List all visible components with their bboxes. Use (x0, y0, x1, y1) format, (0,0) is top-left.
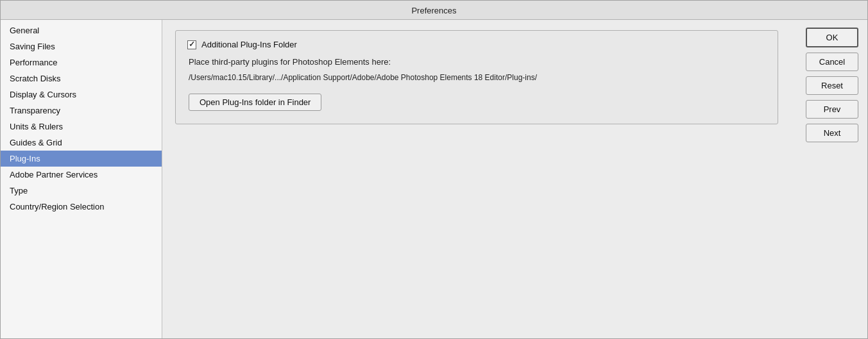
sidebar-item-country-region[interactable]: Country/Region Selection (1, 199, 162, 215)
cancel-button[interactable]: Cancel (806, 53, 858, 71)
main-content: Additional Plug-Ins Folder Place third-p… (162, 20, 797, 338)
sidebar-item-scratch-disks[interactable]: Scratch Disks (1, 70, 162, 87)
additional-folder-checkbox[interactable] (187, 40, 196, 49)
open-folder-button[interactable]: Open Plug-Ins folder in Finder (189, 94, 321, 111)
sidebar-item-guides-grid[interactable]: Guides & Grid (1, 135, 162, 151)
plugin-ins-box: Additional Plug-Ins Folder Place third-p… (175, 30, 778, 124)
prev-button[interactable]: Prev (806, 100, 858, 119)
sidebar-item-saving-files[interactable]: Saving Files (1, 38, 162, 54)
ok-button[interactable]: OK (806, 28, 858, 47)
title-bar: Preferences (1, 1, 867, 20)
plugin-path: /Users/mac10.15/Library/.../Application … (189, 73, 766, 82)
sidebar-item-units-rulers[interactable]: Units & Rulers (1, 119, 162, 135)
sidebar-item-display-cursors[interactable]: Display & Cursors (1, 87, 162, 103)
reset-button[interactable]: Reset (806, 76, 858, 95)
sidebar-item-plug-ins[interactable]: Plug-Ins (1, 151, 162, 167)
sidebar: GeneralSaving FilesPerformanceScratch Di… (1, 20, 162, 338)
sidebar-item-type[interactable]: Type (1, 183, 162, 199)
plugin-description: Place third-party plugins for Photoshop … (189, 57, 766, 67)
buttons-column: OK Cancel Reset Prev Next (797, 20, 867, 338)
dialog-body: GeneralSaving FilesPerformanceScratch Di… (1, 20, 867, 338)
preferences-dialog: Preferences GeneralSaving FilesPerforman… (0, 0, 868, 339)
sidebar-item-general[interactable]: General (1, 22, 162, 38)
next-button[interactable]: Next (806, 124, 858, 142)
sidebar-item-performance[interactable]: Performance (1, 54, 162, 70)
sidebar-item-adobe-partner-services[interactable]: Adobe Partner Services (1, 167, 162, 183)
plugin-box-title: Additional Plug-Ins Folder (201, 40, 297, 49)
window-title: Preferences (411, 6, 456, 15)
plugin-box-header: Additional Plug-Ins Folder (187, 40, 766, 49)
sidebar-item-transparency[interactable]: Transparency (1, 103, 162, 119)
